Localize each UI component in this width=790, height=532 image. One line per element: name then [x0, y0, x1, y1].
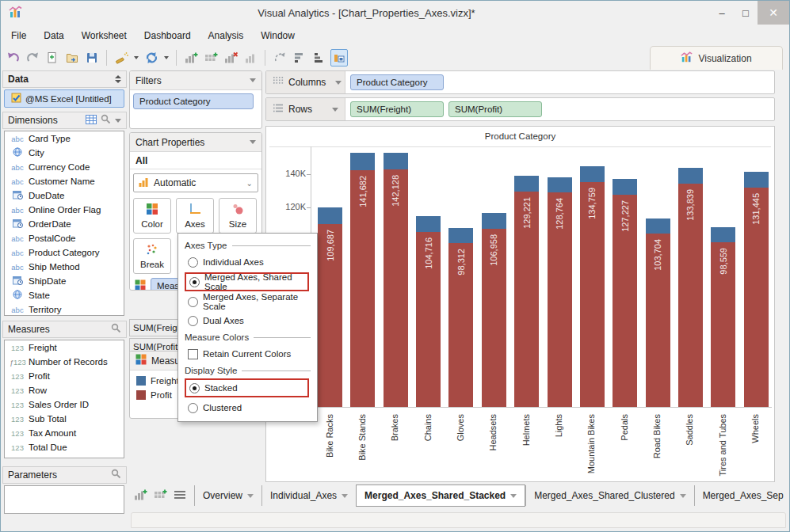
bar-segment-profit[interactable]: 141,682 — [350, 170, 375, 407]
tab-overview[interactable]: Overview — [194, 485, 261, 506]
new-dashboard-icon[interactable] — [154, 488, 167, 504]
stacked-bar[interactable]: 127,227 — [613, 179, 637, 407]
measure-item[interactable]: 123Tax Amount — [5, 426, 124, 440]
new-document-icon[interactable] — [44, 49, 61, 66]
bar-segment-profit[interactable]: 133,839 — [678, 184, 703, 407]
search-measures-icon[interactable] — [111, 323, 121, 336]
measure-item[interactable]: 123Total Due — [5, 440, 124, 454]
bar-segment-freight[interactable] — [448, 228, 473, 243]
dimensions-menu-icon[interactable] — [115, 119, 121, 123]
bar-segment-profit[interactable]: 127,227 — [613, 195, 637, 407]
dimension-item[interactable]: abcTerritory — [5, 302, 124, 316]
radio-icon[interactable] — [188, 297, 198, 307]
bar-segment-freight[interactable] — [350, 153, 375, 170]
remove-chart-icon[interactable] — [222, 49, 239, 66]
save-icon[interactable] — [83, 49, 101, 66]
bar-segment-freight[interactable] — [613, 179, 637, 195]
dimension-item[interactable]: abcPostalCode — [5, 231, 124, 245]
chart-icon[interactable] — [242, 49, 259, 66]
measure-item[interactable]: 123Sales Order ID — [5, 397, 124, 412]
bar-segment-profit[interactable]: 104,716 — [416, 232, 441, 407]
rows-pill[interactable]: SUM(Freight) — [350, 101, 444, 117]
dimension-item[interactable]: City — [5, 146, 124, 160]
data-source-item[interactable]: @MS Excel [Untitled] — [4, 89, 124, 108]
visualization-tab[interactable]: Visualization — [650, 46, 783, 70]
filter-pill[interactable]: Product Category — [133, 93, 254, 109]
measure-item[interactable]: ƒ123Number of Records — [5, 355, 124, 369]
radio-icon[interactable] — [188, 316, 198, 326]
columns-pill[interactable]: Product Category — [350, 74, 444, 90]
menu-analysis[interactable]: Analysis — [200, 30, 253, 41]
axes-button[interactable]: Axes — [176, 198, 214, 234]
radio-option-stacked[interactable]: Stacked — [185, 378, 309, 397]
redo-icon[interactable] — [24, 49, 41, 66]
checkbox-option-retain-current-colors[interactable]: Retain Current Colors — [183, 344, 311, 363]
stacked-bar[interactable]: 142,128 — [384, 153, 408, 407]
scope-row[interactable]: All — [130, 152, 261, 169]
columns-menu-icon[interactable] — [335, 81, 342, 85]
stacked-bar[interactable]: 133,839 — [678, 168, 703, 407]
measure-item[interactable]: 123Freight — [5, 340, 124, 355]
bar-segment-freight[interactable] — [482, 213, 506, 229]
bar-segment-freight[interactable] — [580, 166, 605, 182]
collapse-expand-icon[interactable] — [115, 75, 121, 83]
break-button[interactable]: Break — [133, 238, 171, 274]
bar-segment-profit[interactable]: 103,704 — [646, 234, 670, 407]
stacked-bar[interactable]: 104,716 — [416, 216, 441, 407]
dimension-item[interactable]: abcShip Method — [5, 260, 124, 274]
measure-item[interactable]: 123Profit — [5, 369, 124, 383]
chart-properties-collapse-icon[interactable] — [250, 140, 256, 144]
menu-dashboard[interactable]: Dashboard — [135, 30, 200, 41]
radio-icon[interactable] — [189, 383, 200, 393]
add-crosstab-icon[interactable] — [202, 49, 219, 66]
stacked-bar[interactable]: 141,682 — [350, 153, 375, 407]
stacked-bar[interactable]: 103,704 — [646, 218, 670, 407]
maximize-icon[interactable]: □ — [734, 4, 758, 21]
filters-collapse-icon[interactable] — [250, 78, 256, 82]
search-dimensions-icon[interactable] — [101, 114, 111, 127]
rows-menu-icon[interactable] — [332, 108, 338, 112]
bar-segment-profit[interactable]: 106,958 — [482, 229, 506, 407]
bar-segment-freight[interactable] — [384, 153, 408, 169]
tab-menu-icon[interactable] — [510, 494, 517, 498]
menu-worksheet[interactable]: Worksheet — [73, 30, 135, 41]
new-worksheet-icon[interactable] — [134, 488, 147, 504]
bar-segment-freight[interactable] — [318, 207, 342, 224]
menu-file[interactable]: File — [2, 30, 35, 41]
radio-option-individual-axes[interactable]: Individual Axes — [183, 253, 311, 272]
bar-segment-profit[interactable]: 131,445 — [744, 188, 769, 407]
stacked-bar[interactable]: 98,312 — [448, 228, 473, 407]
menu-data[interactable]: Data — [35, 30, 72, 41]
dimension-item[interactable]: abcProduct Category — [5, 245, 124, 260]
tab-merged_axes_shared_clustered[interactable]: Merged_Axes_Shared_Clustered — [525, 485, 693, 506]
dimension-item[interactable]: abcOnline Order Flag — [5, 203, 124, 217]
stacked-bar[interactable]: 106,958 — [482, 213, 506, 407]
tab-menu-icon[interactable] — [680, 494, 686, 498]
menu-window[interactable]: Window — [252, 30, 303, 41]
stacked-bar[interactable]: 129,221 — [514, 176, 539, 407]
tab-menu-icon[interactable] — [247, 494, 254, 498]
dimension-item[interactable]: DueDate — [5, 188, 124, 203]
chart-type-button[interactable] — [330, 49, 348, 66]
bar-segment-freight[interactable] — [646, 218, 670, 234]
radio-option-merged-axes-shared-scale[interactable]: Merged Axes, Shared Scale — [185, 272, 309, 291]
worksheet-list-icon[interactable] — [174, 489, 186, 503]
dimension-item[interactable]: abcCurrency Code — [5, 160, 124, 174]
search-parameters-icon[interactable] — [111, 469, 121, 481]
refresh-icon[interactable] — [143, 49, 160, 66]
minimize-icon[interactable]: – — [710, 4, 734, 21]
tab-merged_axes_sep[interactable]: Merged_Axes_Sep — [694, 485, 790, 506]
stacked-bar[interactable]: 131,445 — [744, 172, 769, 407]
bar-segment-profit[interactable]: 128,764 — [548, 192, 572, 407]
refresh-dropdown-icon[interactable] — [164, 56, 169, 59]
bar-segment-profit[interactable]: 98,559 — [711, 242, 735, 407]
tab-individual_axes[interactable]: Individual_Axes — [261, 485, 356, 506]
bar-segment-freight[interactable] — [416, 216, 441, 232]
color-button[interactable]: Color — [133, 198, 171, 234]
data-connection-icon[interactable] — [113, 49, 130, 66]
bar-segment-profit[interactable]: 98,312 — [448, 243, 473, 407]
stacked-bar[interactable]: 98,559 — [711, 227, 735, 407]
swap-axes-icon[interactable] — [271, 49, 288, 66]
measure-item[interactable]: 123Sub Total — [5, 412, 124, 426]
bar-segment-freight[interactable] — [514, 176, 539, 192]
